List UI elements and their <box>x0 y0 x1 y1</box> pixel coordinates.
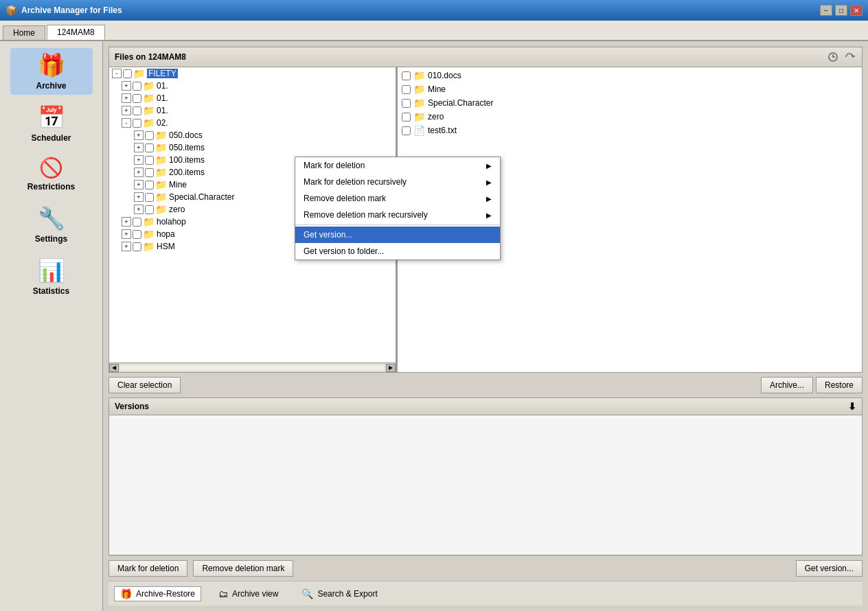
ctx-get-version[interactable]: Get version... <box>295 227 500 243</box>
scroll-left-btn[interactable]: ◀ <box>109 364 119 372</box>
expand-filety[interactable]: - <box>112 69 122 78</box>
sidebar-item-scheduler[interactable]: 📅 Scheduler <box>10 100 93 147</box>
tree-item-filety[interactable]: - 📁 FILETY <box>109 67 396 80</box>
checkbox-01c[interactable] <box>133 106 141 115</box>
ctx-mark-delete-recursive[interactable]: Mark for deletion recursively ▶ <box>295 174 500 190</box>
expand-01c[interactable]: + <box>122 106 131 115</box>
tree-item-050docs[interactable]: + 📁 050.docs <box>109 129 396 141</box>
ctx-remove-delete-mark-label: Remove deletion mark <box>304 194 386 203</box>
sidebar-item-settings[interactable]: 🔧 Settings <box>10 201 93 248</box>
ctx-arrow-0: ▶ <box>486 162 492 170</box>
get-version-button[interactable]: Get version... <box>796 560 863 577</box>
sync-icon[interactable] <box>843 50 856 64</box>
ctx-get-version-folder[interactable]: Get version to folder... <box>295 243 500 260</box>
sidebar-label-restrictions: Restrictions <box>27 182 75 192</box>
file-item-test6txt[interactable]: 📄 test6.txt <box>399 124 860 137</box>
expand-zero[interactable]: + <box>134 205 144 214</box>
bottom-tab-archive-restore[interactable]: 🎁 Archive-Restore <box>114 586 201 601</box>
file-item-010docs[interactable]: 📁 010.docs <box>399 69 860 82</box>
restore-button[interactable]: Restore <box>816 377 863 393</box>
expand-100items[interactable]: + <box>134 155 144 165</box>
check-test6txt[interactable] <box>402 126 411 135</box>
refresh-icon[interactable] <box>826 50 840 64</box>
archive-button[interactable]: Archive... <box>761 377 813 393</box>
expand-050items[interactable]: + <box>134 143 144 152</box>
remove-deletion-mark-button[interactable]: Remove deletion mark <box>193 560 293 577</box>
archive-restore-icon: 🎁 <box>120 588 132 599</box>
expand-050docs[interactable]: + <box>134 130 144 140</box>
tree-item-01b[interactable]: + 📁 01. <box>109 92 396 104</box>
statistics-icon: 📊 <box>38 257 65 284</box>
ctx-arrow-2: ▶ <box>486 195 492 203</box>
archive-restore-label: Archive-Restore <box>136 589 195 599</box>
minimize-button[interactable]: − <box>820 5 832 16</box>
checkbox-100items[interactable] <box>145 156 154 165</box>
folder-icon-filety: 📁 <box>133 68 145 79</box>
ctx-mark-delete-recursive-label: Mark for deletion recursively <box>304 177 407 187</box>
tab-124mam8[interactable]: 124MAM8 <box>47 25 105 40</box>
sidebar-item-restrictions[interactable]: 🚫 Restrictions <box>10 152 93 196</box>
folder-icon-01c: 📁 <box>143 105 155 116</box>
tree-item-01c[interactable]: + 📁 01. <box>109 104 396 117</box>
ctx-remove-delete-recursive-label: Remove deletion mark recursively <box>304 210 428 220</box>
sidebar-item-archive[interactable]: 🎁 Archive <box>10 48 93 95</box>
ctx-remove-delete-recursive[interactable]: Remove deletion mark recursively ▶ <box>295 207 500 223</box>
expand-01b[interactable]: + <box>122 93 131 103</box>
check-special-list[interactable] <box>402 99 411 108</box>
expand-mine[interactable]: + <box>134 180 144 189</box>
expand-02[interactable]: - <box>122 118 131 128</box>
checkbox-filety[interactable] <box>123 69 132 78</box>
ctx-remove-delete-mark[interactable]: Remove deletion mark ▶ <box>295 190 500 207</box>
search-export-icon: 🔍 <box>301 588 313 599</box>
checkbox-hopa[interactable] <box>133 230 141 239</box>
scroll-right-btn[interactable]: ▶ <box>386 364 396 372</box>
expand-hopa[interactable]: + <box>122 229 131 239</box>
checkbox-mine[interactable] <box>145 181 154 189</box>
file-item-special-list[interactable]: 📁 Special.Character <box>399 96 860 110</box>
restore-button[interactable]: □ <box>835 5 847 16</box>
tab-home[interactable]: Home <box>3 25 45 40</box>
checkbox-01a[interactable] <box>133 82 141 91</box>
checkbox-200items[interactable] <box>145 168 154 177</box>
expand-200items[interactable]: + <box>134 168 144 177</box>
checkbox-050docs[interactable] <box>145 131 154 140</box>
checkbox-02[interactable] <box>133 119 141 128</box>
folder-icon-02: 📁 <box>143 117 155 128</box>
ctx-mark-delete[interactable]: Mark for deletion ▶ <box>295 157 500 174</box>
sidebar-item-statistics[interactable]: 📊 Statistics <box>10 253 93 300</box>
content-area: Files on 124MAM8 - <box>103 41 868 611</box>
expand-specialchar[interactable]: + <box>134 192 144 202</box>
folder-icon-mine-list: 📁 <box>413 84 425 95</box>
checkbox-01b[interactable] <box>133 94 141 103</box>
folder-icon-010docs: 📁 <box>413 70 425 81</box>
restrictions-icon: 🚫 <box>39 157 63 179</box>
app-title: Archive Manager for Files <box>21 5 122 15</box>
label-hsm: HSM <box>157 242 175 251</box>
mark-deletion-button[interactable]: Mark for deletion <box>108 560 187 577</box>
checkbox-hsm[interactable] <box>133 242 141 251</box>
tree-item-050items[interactable]: + 📁 050.items <box>109 141 396 154</box>
expand-holahop[interactable]: + <box>122 217 131 227</box>
check-mine-list[interactable] <box>402 85 411 94</box>
clear-selection-button[interactable]: Clear selection <box>108 377 181 393</box>
checkbox-050items[interactable] <box>145 143 154 152</box>
bottom-tab-archive-view[interactable]: 🗂 Archive view <box>212 586 284 601</box>
expand-01a[interactable]: + <box>122 81 131 91</box>
tree-hscrollbar[interactable]: ◀ ▶ <box>109 362 396 372</box>
tree-item-02[interactable]: - 📁 02. <box>109 117 396 129</box>
file-item-zero-list[interactable]: 📁 zero <box>399 110 860 124</box>
check-010docs[interactable] <box>402 71 411 80</box>
expand-hsm[interactable]: + <box>122 242 131 251</box>
checkbox-zero[interactable] <box>145 205 154 214</box>
tree-item-01a[interactable]: + 📁 01. <box>109 80 396 92</box>
scheduler-icon: 📅 <box>38 104 65 130</box>
close-button[interactable]: ✕ <box>850 5 863 16</box>
ctx-arrow-1: ▶ <box>486 178 492 186</box>
versions-collapse-icon[interactable]: ⬇ <box>848 401 856 412</box>
context-menu: Mark for deletion ▶ Mark for deletion re… <box>295 157 501 260</box>
bottom-tab-search-export[interactable]: 🔍 Search & Export <box>295 586 383 601</box>
check-zero-list[interactable] <box>402 113 411 122</box>
checkbox-holahop[interactable] <box>133 218 141 227</box>
checkbox-specialchar[interactable] <box>145 193 154 202</box>
file-item-mine-list[interactable]: 📁 Mine <box>399 82 860 96</box>
